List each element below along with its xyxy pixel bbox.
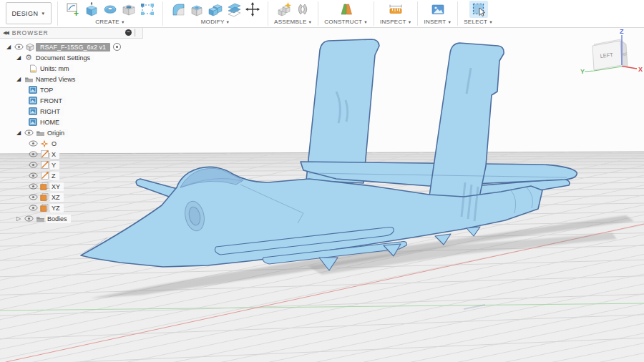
toolbar-group-select: SELECT▼ xyxy=(459,0,497,27)
eye-visibility-icon[interactable] xyxy=(23,215,34,222)
design-menu-button[interactable]: DESIGN ▼ xyxy=(6,2,52,24)
tree-item-label[interactable]: Named Views xyxy=(34,75,79,84)
viewcube-x-label: X xyxy=(638,66,643,73)
plane-icon xyxy=(39,204,50,212)
design-menu-label: DESIGN xyxy=(11,10,38,17)
move-icon xyxy=(245,1,260,17)
tree-item-xy[interactable]: XY xyxy=(0,181,143,192)
tree-item-label[interactable]: Bodies xyxy=(46,215,71,223)
select-group-label[interactable]: SELECT xyxy=(464,19,487,25)
tree-item-label[interactable]: Origin xyxy=(46,129,68,137)
toolbar-group-assemble: ASSEMBLE▼ xyxy=(270,0,316,27)
viewcube[interactable]: LEFT FRONT Z X Y xyxy=(580,27,644,92)
toolbar-group-construct: CONSTRUCT▼ xyxy=(320,0,372,27)
tree-item-label[interactable]: TOP xyxy=(39,86,57,94)
browser-title: BROWSER xyxy=(12,29,125,36)
tree-item-front[interactable]: FRONT xyxy=(0,95,143,106)
eye-visibility-icon[interactable] xyxy=(27,194,39,200)
revolve-button[interactable] xyxy=(101,1,119,18)
plane-icon xyxy=(39,182,50,190)
activate-component-radio[interactable] xyxy=(113,43,121,51)
tree-item-home[interactable]: HOME xyxy=(0,117,143,127)
eye-visibility-icon[interactable] xyxy=(27,183,39,190)
collapse-panel-icon[interactable]: ◀◀ xyxy=(3,30,8,36)
measure-button[interactable] xyxy=(386,1,405,18)
offset-face-button[interactable] xyxy=(225,1,243,18)
eye-visibility-icon[interactable] xyxy=(13,44,24,50)
combine-button[interactable] xyxy=(206,1,225,18)
tree-item-units-mm[interactable]: Units: mm xyxy=(0,63,143,74)
modify-group-label[interactable]: MODIFY xyxy=(201,19,225,25)
select-button[interactable] xyxy=(469,1,488,18)
construction-plane-button[interactable] xyxy=(337,1,356,18)
eye-visibility-icon[interactable] xyxy=(27,151,39,157)
tree-item-bodies[interactable]: ▷Bodies xyxy=(0,213,143,224)
create-group-label[interactable]: CREATE xyxy=(95,19,119,25)
tree-item-xz[interactable]: XZ xyxy=(0,192,143,202)
named-view-icon xyxy=(27,86,39,94)
expand-triangle-icon[interactable]: ◢ xyxy=(14,76,23,82)
offset-face-icon xyxy=(226,1,242,17)
tree-item-x[interactable]: X xyxy=(0,149,143,160)
tree-item-z[interactable]: Z xyxy=(0,170,143,181)
tree-item-top[interactable]: TOP xyxy=(0,84,143,95)
tree-item-label[interactable]: Units: mm xyxy=(39,64,73,73)
gear-icon: ⚙ xyxy=(23,53,34,62)
expand-triangle-icon[interactable]: ◢ xyxy=(4,44,13,50)
toolbar-separator xyxy=(318,1,318,26)
extrude-icon xyxy=(84,1,99,17)
folder-icon xyxy=(34,129,46,137)
new-component-button[interactable] xyxy=(275,1,293,18)
panel-grip-icon[interactable]: ▏ xyxy=(135,29,140,36)
shell-button[interactable] xyxy=(187,1,206,18)
extrude-button[interactable] xyxy=(82,1,101,18)
origin-point-icon xyxy=(39,140,50,148)
viewcube-y-label: Y xyxy=(580,68,585,75)
fillet-button[interactable] xyxy=(169,1,187,18)
collapsed-triangle-icon[interactable]: ▷ xyxy=(14,215,23,222)
create-sketch-button[interactable]: + xyxy=(64,1,82,18)
tree-item-label[interactable]: Document Settings xyxy=(34,54,94,62)
tree-item-label[interactable]: RIGHT xyxy=(39,107,64,116)
toolbar-group-create: + xyxy=(59,0,161,27)
tree-item-label[interactable]: YZ xyxy=(50,204,64,212)
hole-button[interactable] xyxy=(119,1,138,18)
inspect-group-label[interactable]: INSPECT xyxy=(380,19,406,25)
eye-visibility-icon[interactable] xyxy=(27,205,39,211)
minimize-panel-icon[interactable]: − xyxy=(125,29,132,36)
caret-down-icon: ▼ xyxy=(308,20,313,24)
caret-down-icon: ▼ xyxy=(226,20,230,24)
tree-item-rsaf-f-15sg-6x2-v1[interactable]: ◢RSAF_F-15SG_6x2 v1 xyxy=(0,41,143,52)
tree-item-label[interactable]: X xyxy=(50,150,59,159)
tree-item-label[interactable]: O xyxy=(50,140,60,148)
insert-image-button[interactable] xyxy=(429,1,447,18)
tree-item-origin[interactable]: ◢Origin xyxy=(0,127,143,138)
tree-item-o[interactable]: O xyxy=(0,138,143,149)
expand-triangle-icon[interactable]: ◢ xyxy=(14,54,23,61)
tree-item-named-views[interactable]: ◢Named Views xyxy=(0,74,143,84)
tree-item-yz[interactable]: YZ xyxy=(0,202,143,213)
tree-item-label[interactable]: XZ xyxy=(50,193,64,202)
move-button[interactable] xyxy=(243,1,262,18)
joint-button[interactable] xyxy=(293,1,312,18)
tree-item-label[interactable]: HOME xyxy=(39,118,63,127)
assemble-group-label[interactable]: ASSEMBLE xyxy=(274,19,307,25)
tree-item-label[interactable]: XY xyxy=(50,182,64,191)
eye-visibility-icon[interactable] xyxy=(23,129,34,136)
eye-visibility-icon[interactable] xyxy=(27,162,39,168)
tree-item-label[interactable]: Z xyxy=(50,172,59,180)
tree-item-document-settings[interactable]: ◢⚙Document Settings xyxy=(0,52,143,63)
construct-group-label[interactable]: CONSTRUCT xyxy=(324,19,362,25)
rectangular-pattern-button[interactable] xyxy=(138,1,157,18)
tree-item-right[interactable]: RIGHT xyxy=(0,106,143,117)
eye-visibility-icon[interactable] xyxy=(27,172,39,179)
expand-triangle-icon[interactable]: ◢ xyxy=(14,129,23,136)
eye-visibility-icon[interactable] xyxy=(27,140,39,147)
insert-group-label[interactable]: INSERT xyxy=(424,19,446,25)
tree-item-label[interactable]: FRONT xyxy=(39,97,66,105)
tree-item-label[interactable]: Y xyxy=(50,161,59,170)
tree-item-label[interactable]: RSAF_F-15SG_6x2 v1 xyxy=(36,43,110,52)
toolbar-separator xyxy=(268,1,268,26)
tree-item-y[interactable]: Y xyxy=(0,160,143,170)
construction-plane-icon xyxy=(338,1,354,17)
